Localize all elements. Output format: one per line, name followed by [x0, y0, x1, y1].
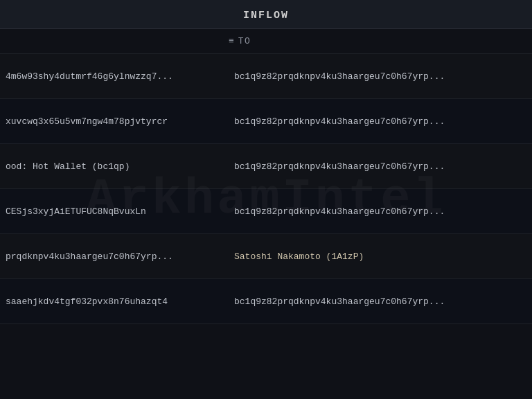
- table-row[interactable]: 4m6w93shy4dutmrf46g6ylnwzzq7...bc1q9z82p…: [0, 54, 532, 99]
- cell-to: bc1q9z82prqdknpv4ku3haargeu7c0h67yrp...: [229, 116, 532, 127]
- cell-from: CESjs3xyjAiETUFUC8NqBvuxLn: [0, 206, 229, 217]
- cell-from: 4m6w93shy4dutmrf46g6ylnwzzq7...: [0, 71, 229, 82]
- header-section: INFLOW: [0, 0, 532, 29]
- sub-header: ≡ TO: [0, 29, 532, 54]
- cell-from: xuvcwq3x65u5vm7ngw4m78pjvtyrcr: [0, 116, 229, 127]
- table-row[interactable]: ood: Hot Wallet (bc1qp)bc1q9z82prqdknpv4…: [0, 144, 532, 189]
- cell-from: prqdknpv4ku3haargeu7c0h67yrp...: [0, 251, 229, 262]
- cell-from: saaehjkdv4tgf032pvx8n76uhazqt4: [0, 296, 229, 307]
- cell-to: bc1q9z82prqdknpv4ku3haargeu7c0h67yrp...: [229, 206, 532, 217]
- table-row[interactable]: CESjs3xyjAiETUFUC8NqBvuxLnbc1q9z82prqdkn…: [0, 189, 532, 234]
- cell-to: Satoshi Nakamoto (1A1zP): [229, 251, 532, 262]
- table-row[interactable]: prqdknpv4ku3haargeu7c0h67yrp...Satoshi N…: [0, 234, 532, 279]
- table-row[interactable]: saaehjkdv4tgf032pvx8n76uhazqt4bc1q9z82pr…: [0, 279, 532, 324]
- page-container: ArkhamIntel INFLOW ≡ TO 4m6w93shy4dutmrf…: [0, 0, 532, 399]
- filter-label: TO: [238, 36, 251, 46]
- cell-to: bc1q9z82prqdknpv4ku3haargeu7c0h67yrp...: [229, 296, 532, 307]
- transaction-table: 4m6w93shy4dutmrf46g6ylnwzzq7...bc1q9z82p…: [0, 54, 532, 324]
- page-title: INFLOW: [243, 10, 289, 21]
- table-row[interactable]: xuvcwq3x65u5vm7ngw4m78pjvtyrcrbc1q9z82pr…: [0, 99, 532, 144]
- cell-from: ood: Hot Wallet (bc1qp): [0, 161, 229, 172]
- cell-to: bc1q9z82prqdknpv4ku3haargeu7c0h67yrp...: [229, 161, 532, 172]
- filter-icon: ≡: [229, 36, 234, 46]
- cell-to: bc1q9z82prqdknpv4ku3haargeu7c0h67yrp...: [229, 71, 532, 82]
